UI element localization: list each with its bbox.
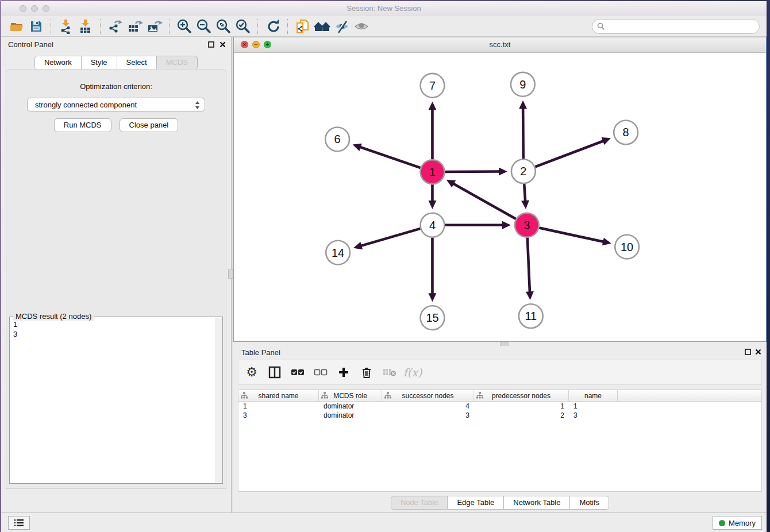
checked-boxes-icon (291, 368, 305, 376)
zoom-selected-button[interactable] (233, 18, 253, 35)
show-all-networks-button[interactable] (313, 18, 332, 35)
save-session-button[interactable] (26, 18, 46, 35)
table-row[interactable]: 1dominator411 (238, 402, 761, 411)
tab-motifs[interactable]: Motifs (570, 496, 609, 510)
open-file-button[interactable] (7, 18, 26, 35)
column-label: MCDS role (333, 392, 367, 400)
export-image-button[interactable] (145, 18, 164, 35)
table-cell[interactable]: 1 (569, 402, 618, 411)
float-panel-icon[interactable] (207, 40, 215, 48)
table-row[interactable]: 3dominator323 (238, 411, 761, 420)
horizontal-splitter[interactable] (233, 342, 767, 346)
export-table-icon (128, 19, 143, 34)
zoom-out-icon (196, 18, 212, 34)
graph-edge-1-6[interactable] (360, 147, 421, 168)
tab-select[interactable]: Select (117, 56, 157, 70)
zoom-fit-button[interactable] (214, 18, 233, 35)
run-mcds-button[interactable]: Run MCDS (54, 118, 111, 132)
clone-network-button[interactable] (293, 18, 313, 35)
graph-edge-1-2[interactable] (445, 171, 500, 172)
dropdown-stepper-icon (195, 100, 200, 110)
task-history-button[interactable] (8, 516, 30, 530)
show-columns-button[interactable] (267, 365, 282, 380)
toolbar-separator (51, 19, 52, 34)
select-all-columns-button[interactable] (290, 365, 305, 380)
delete-table-button[interactable] (382, 365, 397, 380)
control-panel-tabs: Network Style Select MCDS (1, 56, 231, 70)
import-network-button[interactable] (56, 18, 76, 35)
create-column-button[interactable] (336, 365, 351, 380)
tab-mcds[interactable]: MCDS (157, 56, 198, 70)
show-selected-button[interactable] (352, 18, 371, 35)
column-type-icon (321, 392, 328, 399)
refresh-button[interactable] (263, 18, 283, 35)
mcds-panel: Optimization criterion: strongly connect… (6, 69, 226, 489)
network-canvas[interactable]: 7968124314101511 (234, 52, 766, 341)
graph-node-label: 6 (334, 133, 341, 145)
column-header-name[interactable]: name (569, 390, 618, 401)
column-label: name (584, 392, 602, 400)
delete-column-button[interactable] (359, 365, 374, 380)
table-tabs: Node Table Edge Table Network Table Moti… (233, 496, 767, 510)
search-icon (597, 22, 605, 30)
column-header-shared-name[interactable]: shared name (238, 390, 319, 401)
graph-edge-4-14[interactable] (360, 229, 420, 246)
result-scrollbar[interactable] (215, 318, 222, 483)
table-settings-button[interactable]: ⚙ (244, 365, 259, 380)
table-cell[interactable]: dominator (319, 402, 382, 411)
tab-network[interactable]: Network (34, 56, 82, 70)
search-input[interactable] (592, 19, 760, 34)
tab-node-table[interactable]: Node Table (391, 496, 448, 510)
graph-arrowhead (526, 291, 534, 300)
criterion-dropdown[interactable]: strongly connected component (27, 98, 205, 111)
close-table-panel-icon[interactable] (754, 348, 762, 356)
table-cell[interactable]: 3 (238, 411, 319, 420)
graph-edge-2-8[interactable] (535, 141, 604, 167)
close-panel-button[interactable]: Close panel (120, 118, 179, 132)
graph-arrowhead (428, 293, 436, 302)
table-cell[interactable]: 4 (382, 402, 474, 411)
column-header-predecessor-nodes[interactable]: predecessor nodes (474, 390, 569, 401)
graph-edge-3-1[interactable] (453, 183, 516, 219)
zoom-out-button[interactable] (194, 18, 214, 35)
tab-style[interactable]: Style (82, 56, 117, 70)
table-cell[interactable]: 1 (238, 402, 319, 411)
splitter-grip[interactable] (228, 269, 233, 279)
column-header-MCDS-role[interactable]: MCDS role (319, 390, 382, 401)
import-table-button[interactable] (76, 18, 95, 35)
hide-selected-button[interactable] (332, 18, 352, 35)
delete-table-icon (383, 368, 396, 377)
table-cell[interactable]: 1 (474, 402, 569, 411)
graph-edge-3-10[interactable] (539, 228, 604, 242)
tab-network-table[interactable]: Network Table (504, 496, 570, 510)
graph-edge-2-3[interactable] (524, 184, 525, 202)
control-panel-title: Control Panel (8, 40, 53, 49)
network-frame-titlebar[interactable]: ✕ − + scc.txt (234, 37, 766, 53)
graph-edge-2-9[interactable] (523, 108, 523, 159)
tab-edge-table[interactable]: Edge Table (448, 496, 504, 510)
zoom-in-button[interactable] (175, 18, 194, 35)
graph-arrowhead (353, 144, 362, 151)
table-cell[interactable]: 3 (569, 411, 618, 420)
unselect-all-columns-button[interactable] (313, 365, 328, 380)
graph-edge-3-11[interactable] (528, 238, 530, 293)
network-graph[interactable]: 7968124314101511 (234, 52, 766, 341)
mcds-result-group: MCDS result (2 nodes) 1 3 (9, 317, 223, 484)
float-table-panel-icon[interactable] (744, 348, 752, 356)
fx-icon: f(x) (403, 366, 422, 379)
close-panel-icon[interactable] (218, 40, 226, 48)
refresh-icon (265, 19, 280, 34)
memory-button[interactable]: Memory (713, 516, 762, 530)
export-table-button[interactable] (125, 18, 145, 35)
graph-node-label: 11 (525, 310, 537, 322)
table-cell[interactable]: 3 (382, 411, 474, 420)
table-cell[interactable]: 2 (474, 411, 569, 420)
import-network-icon (59, 19, 74, 34)
table-cell[interactable]: dominator (319, 411, 382, 420)
column-header-successor-nodes[interactable]: successor nodes (382, 390, 474, 401)
function-builder-button[interactable]: f(x) (405, 365, 420, 380)
list-icon (14, 519, 24, 527)
plus-icon (338, 367, 349, 378)
network-view-frame: ✕ − + scc.txt 7968124314101511 (233, 37, 767, 342)
export-network-button[interactable] (106, 18, 125, 35)
